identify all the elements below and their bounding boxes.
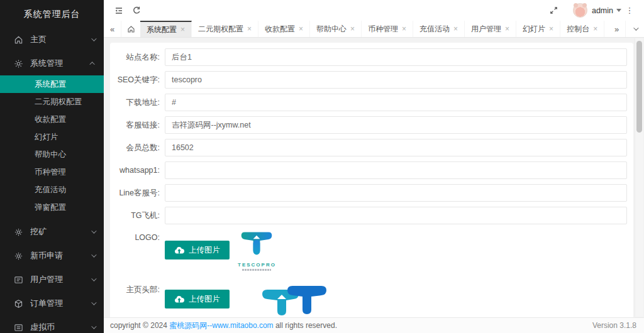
app-title: 系统管理后台 [0, 0, 104, 28]
tescopro-logo-icon [240, 231, 274, 261]
close-icon[interactable]: × [593, 25, 597, 33]
field-label: 客服链接: [114, 120, 165, 131]
submenu-item-slideshow[interactable]: 幻灯片 [0, 128, 104, 146]
tab-help-center[interactable]: 帮助中心× [310, 21, 362, 37]
tabs-dropdown-button[interactable] [625, 21, 644, 37]
logo-upload-row: LOGO: 上传图片 [114, 231, 633, 271]
close-icon[interactable]: × [505, 25, 509, 33]
vertical-scrollbar[interactable] [635, 38, 643, 317]
mining-icon [14, 227, 23, 237]
avatar[interactable] [573, 3, 587, 18]
upload-logo-button[interactable]: 上传图片 [165, 241, 230, 259]
download-url-input[interactable] [165, 94, 627, 111]
logo-tagline [242, 269, 271, 271]
header-logo-icon [261, 282, 329, 317]
sidebar-item-label: 系统管理 [30, 58, 91, 69]
chevron-down-icon [91, 324, 96, 329]
sidebar-item-label: 挖矿 [30, 226, 91, 237]
sidebar-item-system-management[interactable]: 系统管理 [0, 52, 104, 75]
tab-label: 币种管理 [368, 24, 398, 35]
form-row: SEO关键字: [114, 71, 633, 89]
submenu-item-payment-config[interactable]: 收款配置 [0, 111, 104, 128]
line-service-input[interactable] [165, 184, 627, 202]
submenu-item-popup-config[interactable]: 弹窗配置 [0, 199, 104, 216]
tescopro-logo-text: TESCOPRO [238, 262, 276, 268]
tab-coin-management[interactable]: 币种管理× [362, 21, 413, 37]
sidebar: 系统管理后台 主页 系统管理 系统配置 二元期权配置 收款配置 幻灯片 帮助中心… [0, 0, 104, 333]
close-icon[interactable]: × [453, 25, 458, 33]
close-icon[interactable]: × [180, 26, 185, 33]
home-icon [14, 35, 23, 45]
upload-header-button[interactable]: 上传图片 [165, 290, 230, 308]
tab-label: 帮助中心 [316, 24, 347, 35]
tab-console[interactable]: 控制台× [560, 21, 604, 37]
field-label: 主页头部: [114, 282, 165, 295]
submenu-item-help-center[interactable]: 帮助中心 [0, 146, 104, 163]
submenu-item-coin-management[interactable]: 币种管理 [0, 163, 104, 181]
fullscreen-icon[interactable] [545, 0, 563, 21]
field-label: whatsapp1: [114, 166, 165, 175]
scrollbar-thumb[interactable] [636, 41, 642, 133]
tab-label: 控制台 [567, 24, 589, 35]
sidebar-item-mining[interactable]: 挖矿 [0, 220, 104, 244]
close-icon[interactable]: × [402, 25, 406, 33]
tab-recharge-activity[interactable]: 充值活动× [413, 21, 465, 37]
tg-input[interactable] [165, 207, 627, 224]
tab-label: 幻灯片 [523, 24, 545, 35]
sidebar-item-virtual-coin[interactable]: 虚拟币 [0, 315, 104, 333]
coins-icon [14, 323, 23, 332]
upload-button-label: 上传图片 [189, 294, 220, 305]
seo-keywords-input[interactable] [165, 71, 627, 89]
tab-slideshow[interactable]: 幻灯片× [516, 21, 560, 37]
version-label: Version 3.1.8 [592, 321, 636, 330]
submenu-item-system-config[interactable]: 系统配置 [0, 75, 104, 93]
site-name-input[interactable] [165, 48, 627, 66]
cloud-upload-icon [174, 246, 184, 254]
system-management-submenu: 系统配置 二元期权配置 收款配置 幻灯片 帮助中心 币种管理 充值活动 弹窗配置 [0, 75, 104, 220]
tab-system-config[interactable]: 系统配置× [140, 21, 192, 37]
close-icon[interactable]: × [549, 25, 553, 33]
sidebar-item-new-coin-application[interactable]: 新币申请 [0, 244, 104, 268]
close-icon[interactable]: × [350, 25, 355, 33]
tab-home[interactable] [121, 21, 140, 37]
tab-payment-config[interactable]: 收款配置× [258, 21, 310, 37]
copyright-text: copyright © 2024 蜜桃源码网--www.mitaobo.com … [110, 320, 337, 331]
tab-binary-options-config[interactable]: 二元期权配置× [192, 21, 258, 37]
field-label: Line客服号: [114, 188, 165, 199]
tab-strip: 系统配置× 二元期权配置× 收款配置× 帮助中心× 币种管理× 充值活动× 用户… [140, 21, 608, 37]
service-link-input[interactable] [165, 116, 627, 134]
collapse-sidebar-icon[interactable] [110, 0, 128, 21]
header-image-preview [261, 282, 329, 317]
member-count-input[interactable] [165, 139, 627, 156]
chevron-down-icon [633, 25, 638, 30]
tabs-scroll-right-button[interactable]: » [608, 21, 625, 37]
topbar-right: admin ⋮ [545, 0, 638, 21]
main-content: 站点名称: SEO关键字: 下载地址: 客服链接: 会员总数: whatsapp… [104, 38, 644, 317]
sidebar-item-order-management[interactable]: 订单管理 [0, 292, 104, 315]
submenu-item-recharge-activity[interactable]: 充值活动 [0, 181, 104, 199]
submenu-item-binary-options-config[interactable]: 二元期权配置 [0, 93, 104, 111]
form-row: 站点名称: [114, 48, 633, 66]
gear-icon [14, 59, 23, 68]
form-row: whatsapp1: [114, 161, 633, 179]
sidebar-item-user-management[interactable]: 用户管理 [0, 268, 104, 292]
user-menu[interactable]: admin [592, 6, 621, 15]
sidebar-item-home[interactable]: 主页 [0, 28, 104, 52]
chevron-down-icon [91, 252, 96, 257]
logo-upload-body: 上传图片 TESCOPRO [165, 231, 276, 271]
cloud-upload-icon [174, 295, 184, 303]
tabs-scroll-left-button[interactable]: « [104, 21, 121, 37]
tabbar: « 系统配置× 二元期权配置× 收款配置× 帮助中心× 币种管理× 充值活动× … [104, 21, 644, 38]
chevron-down-icon [91, 276, 96, 281]
home-icon [127, 25, 135, 33]
tab-user-management[interactable]: 用户管理× [465, 21, 516, 37]
footer-link[interactable]: 蜜桃源码网--www.mitaobo.com [169, 321, 273, 330]
whatsapp1-input[interactable] [165, 161, 627, 179]
refresh-icon[interactable] [128, 0, 145, 21]
close-icon[interactable]: × [247, 25, 252, 33]
form-row: TG飞机: [114, 207, 633, 224]
more-menu-icon[interactable]: ⋮ [621, 6, 638, 15]
footer: copyright © 2024 蜜桃源码网--www.mitaobo.com … [104, 317, 644, 333]
chevron-down-icon [91, 300, 96, 305]
close-icon[interactable]: × [299, 25, 303, 33]
